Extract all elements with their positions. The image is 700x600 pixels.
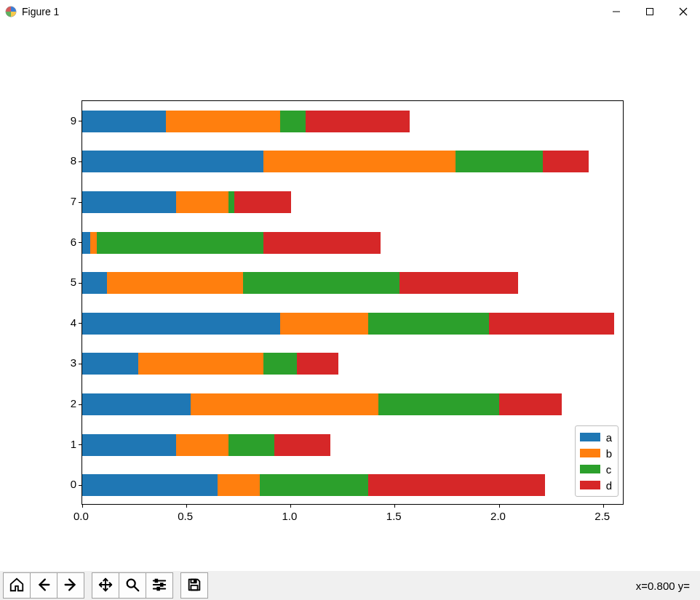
y-tick-label: 1 [62,438,76,450]
maximize-button[interactable] [633,0,667,23]
bar-seg-d [297,353,338,375]
legend-label-d: d [606,479,612,492]
y-tick-label: 3 [62,356,76,369]
bar-seg-b [263,151,456,172]
pan-button[interactable] [92,572,119,599]
app-icon [4,5,17,18]
bar-seg-b [166,111,281,132]
y-tick [79,364,82,364]
bar-seg-a [82,272,107,294]
forward-button[interactable] [57,572,84,599]
svg-rect-19 [191,585,197,589]
y-tick-label: 8 [62,154,76,167]
x-tick-label: 0.0 [73,510,89,522]
bar-seg-c [456,151,543,172]
minimize-button[interactable] [600,0,633,23]
bar-seg-b [280,313,367,335]
y-tick [79,202,82,203]
bar-seg-b [176,191,228,213]
bar-seg-d [489,313,614,335]
x-tick-label: 2.0 [490,510,506,522]
axes: a b c d 0.00.51.01.52.02.50123456789 [81,100,624,505]
y-tick-label: 9 [62,114,76,127]
cursor-position: x=0.800 y= [636,580,690,592]
y-tick [79,242,82,243]
y-tick [79,485,82,486]
svg-line-10 [135,586,139,591]
legend-label-a: a [606,431,612,444]
home-button[interactable] [3,572,31,599]
save-button[interactable] [180,572,208,599]
bar-seg-c [378,393,499,415]
bar-seg-a [82,191,176,213]
sliders-icon [151,577,167,595]
y-tick-label: 2 [62,397,76,409]
bar-seg-a [82,393,191,415]
x-tick-label: 2.5 [594,510,610,522]
legend-label-b: b [606,447,612,460]
bar-seg-d [399,272,518,294]
bar-seg-c [260,474,368,496]
y-tick-label: 4 [62,316,76,329]
svg-rect-2 [647,9,653,15]
svg-rect-14 [156,579,158,582]
legend-entry-c: c [580,461,612,477]
bar-seg-c [243,272,399,294]
home-icon [9,577,25,595]
y-tick-label: 5 [62,276,76,288]
legend-swatch-b [580,449,600,457]
close-button[interactable] [667,0,700,23]
legend-entry-a: a [580,429,612,445]
bar-seg-d [306,111,410,132]
x-tick [186,504,187,508]
svg-rect-18 [194,580,196,582]
bar-seg-d [234,191,290,213]
bar-seg-c [280,111,305,132]
legend-entry-b: b [580,445,612,461]
arrow-left-icon [36,577,52,595]
bar-seg-a [82,474,218,496]
legend: a b c d [575,425,619,497]
legend-swatch-d [580,481,600,489]
bar-seg-b [138,353,263,375]
legend-entry-d: d [580,477,612,493]
bar-seg-a [82,434,176,456]
bar-seg-b [218,474,259,496]
nav-toolbar: x=0.800 y= [0,571,700,600]
x-tick-label: 1.5 [386,510,402,522]
x-tick [394,504,395,508]
back-button[interactable] [30,572,57,599]
bar-seg-d [274,434,330,456]
y-tick-label: 0 [62,478,76,490]
x-tick [290,504,291,508]
bar-seg-b [191,393,378,415]
x-tick-label: 1.0 [282,510,298,522]
arrow-right-icon [63,577,79,595]
x-tick [603,504,604,508]
bar-seg-d [499,393,562,415]
title-bar: Figure 1 [0,0,700,23]
bar-seg-d [263,232,380,254]
bar-seg-b [107,272,242,294]
window-title: Figure 1 [22,6,59,17]
y-tick [79,444,82,445]
bar-seg-d [368,474,546,496]
svg-rect-15 [161,583,163,586]
y-tick-label: 7 [62,195,76,207]
bar-seg-a [82,151,263,172]
legend-swatch-c [580,465,600,473]
bar-seg-c [228,191,235,213]
y-tick [79,161,82,162]
magnifier-icon [124,577,140,595]
bar-seg-c [228,434,274,456]
x-tick [82,504,83,508]
figure-canvas[interactable]: a b c d 0.00.51.01.52.02.50123456789 [0,23,700,571]
svg-rect-16 [157,587,159,590]
y-tick [79,283,82,284]
bar-seg-c [263,353,297,375]
zoom-button[interactable] [119,572,146,599]
x-tick [499,504,500,508]
save-icon [186,577,202,595]
configure-button[interactable] [146,572,173,599]
legend-swatch-a [580,433,600,441]
